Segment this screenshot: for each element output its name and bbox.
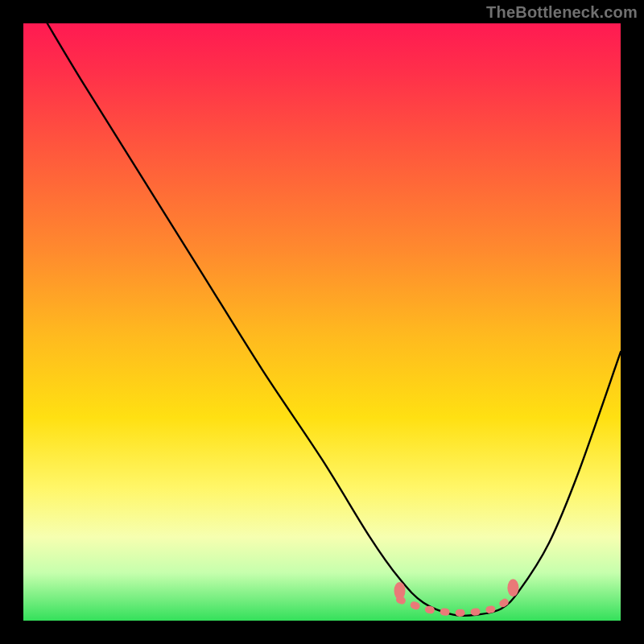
chart-container: TheBottleneck.com [0,0,644,644]
plot-area [23,23,621,621]
highlight-end-marker [507,579,518,597]
highlight-end-marker [394,582,406,600]
watermark-text: TheBottleneck.com [486,3,638,22]
main-curve [47,23,621,616]
highlight-markers [394,579,519,613]
curve-layer [23,23,621,621]
